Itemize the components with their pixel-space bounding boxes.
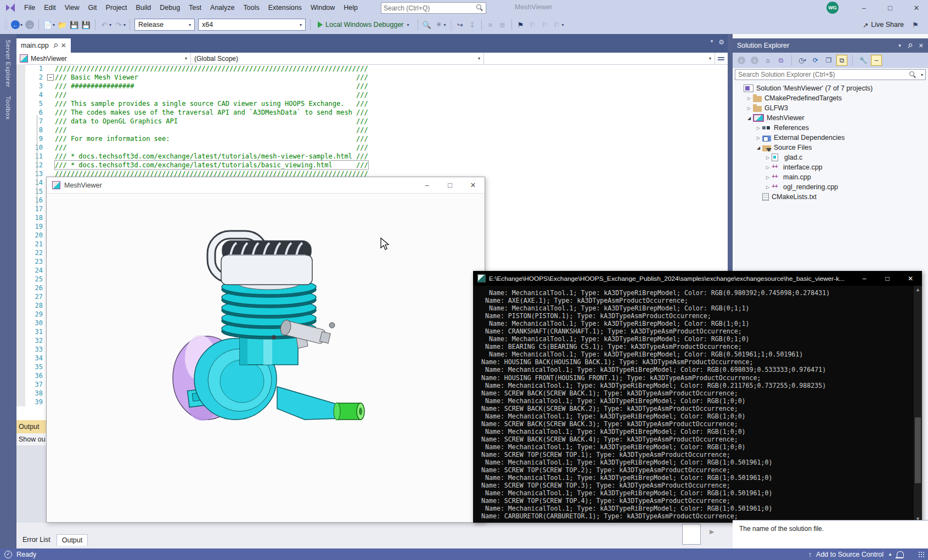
3d-viewport[interactable] xyxy=(47,194,485,506)
tree-item-interface-cpp[interactable]: interface.cpp xyxy=(733,162,928,172)
type-scope-dropdown[interactable]: (Global Scope)▾ xyxy=(191,53,484,64)
properties-button[interactable]: 🔧 xyxy=(858,55,869,66)
tab-main-cpp[interactable]: main.cpp ⚲ ✕ xyxy=(16,38,71,53)
live-share-button[interactable]: ↗ Live Share xyxy=(863,21,904,29)
menu-item-project[interactable]: Project xyxy=(102,3,132,13)
clear-bookmarks-button[interactable]: ⚐ xyxy=(551,19,563,31)
debug-target-dropdown-icon[interactable]: ▾ xyxy=(407,22,409,27)
resize-grip[interactable] xyxy=(918,551,925,558)
find-in-files-button[interactable]: 🔍 xyxy=(421,19,433,31)
close-button[interactable]: ✕ xyxy=(899,271,922,286)
configuration-dropdown[interactable]: Release▾ xyxy=(134,19,195,31)
collapse-toggle-icon[interactable] xyxy=(46,73,55,82)
tree-item-glfw3[interactable]: GLFW3 xyxy=(733,103,928,113)
expand-arrow-icon[interactable] xyxy=(764,185,772,190)
scroll-up-icon[interactable]: ▲ xyxy=(914,286,922,293)
redo-button[interactable]: ↷ xyxy=(113,19,125,31)
expand-arrow-icon[interactable] xyxy=(764,175,772,180)
search-options-dropdown-icon[interactable]: ▾ xyxy=(921,72,923,77)
project-scope-dropdown[interactable]: MeshViewer▾ xyxy=(16,53,191,64)
save-all-button[interactable]: 💾 xyxy=(80,19,92,31)
platform-dropdown[interactable]: x64▾ xyxy=(198,19,306,31)
new-project-dropdown-icon[interactable]: ▾ xyxy=(53,22,55,27)
show-all-files-button[interactable]: ⧉ xyxy=(836,55,847,66)
tree-item-glad-c[interactable]: glad.c xyxy=(733,152,928,162)
forward-button[interactable]: › xyxy=(749,55,760,66)
tree-item-external-dependencies[interactable]: External Dependencies xyxy=(733,133,928,143)
tree-item-meshviewer[interactable]: MeshViewer xyxy=(733,113,928,123)
new-project-button[interactable]: 📄 xyxy=(42,19,54,31)
pending-changes-filter-button[interactable]: ◷▾ xyxy=(797,55,808,66)
window-position-dropdown-icon[interactable]: ▾ xyxy=(898,43,901,48)
menu-item-file[interactable]: File xyxy=(20,3,40,13)
navigate-forward-button[interactable]: → xyxy=(24,19,36,31)
scrollbar-thumb[interactable] xyxy=(915,417,921,483)
toolbar-drag-handle[interactable] xyxy=(4,19,7,30)
expand-arrow-icon[interactable] xyxy=(745,96,753,101)
tree-item-references[interactable]: References xyxy=(733,123,928,133)
solution-explorer-search-box[interactable]: ▾ xyxy=(735,69,926,80)
menu-item-debug[interactable]: Debug xyxy=(155,3,184,13)
menu-item-edit[interactable]: Edit xyxy=(40,3,60,13)
menu-item-window[interactable]: Window xyxy=(306,3,339,13)
tree-item-solution-meshviewer-7-of-7-projects-[interactable]: Solution 'MeshViewer' (7 of 7 projects) xyxy=(733,83,928,93)
save-button[interactable]: 💾 xyxy=(68,19,80,31)
maximize-button[interactable]: □ xyxy=(876,271,899,286)
close-button[interactable]: ✕ xyxy=(904,0,928,15)
console-scrollbar[interactable]: ▲ ▼ xyxy=(914,286,922,523)
close-button[interactable]: ✕ xyxy=(462,177,485,193)
menu-item-git[interactable]: Git xyxy=(84,3,102,13)
line-indent-button[interactable]: ≡ xyxy=(485,19,497,31)
expand-arrow-icon[interactable] xyxy=(764,155,772,160)
sidebar-tab-server-explorer[interactable]: Server Explorer xyxy=(5,39,12,87)
sidebar-tab-toolbox[interactable]: Toolbox xyxy=(5,96,12,120)
solution-explorer-title-bar[interactable]: Solution Explorer ▾ ⚲ ✕ xyxy=(733,38,928,53)
menu-item-view[interactable]: View xyxy=(60,3,84,13)
avatar[interactable]: WG xyxy=(826,2,839,14)
properties-combo-fragment[interactable] xyxy=(682,524,701,545)
minimize-button[interactable]: – xyxy=(853,271,876,286)
toolbar-drag-handle[interactable] xyxy=(449,19,452,30)
line-comment-button[interactable]: ≣ xyxy=(497,19,509,31)
expand-arrow-icon[interactable] xyxy=(745,106,753,111)
solution-search-input[interactable] xyxy=(735,71,909,78)
bottom-tab-output[interactable]: Output xyxy=(57,534,88,546)
menu-item-help[interactable]: Help xyxy=(339,3,362,13)
menu-item-extensions[interactable]: Extensions xyxy=(264,3,306,13)
menu-item-build[interactable]: Build xyxy=(131,3,155,13)
expand-arrow-icon[interactable] xyxy=(755,135,762,140)
menu-item-analyze[interactable]: Analyze xyxy=(206,3,239,13)
tree-item-cmakepredefinedtargets[interactable]: CMakePredefinedTargets xyxy=(733,93,928,103)
expand-arrow-icon[interactable] xyxy=(764,165,772,170)
undo-dropdown-icon[interactable]: ▾ xyxy=(109,22,111,27)
next-bookmark-button[interactable]: ⚐ xyxy=(539,19,551,31)
close-icon[interactable]: ✕ xyxy=(919,42,924,49)
bookmark-button[interactable]: ⚑ xyxy=(515,19,527,31)
start-debugging-button[interactable]: Local Windows Debugger ▾ xyxy=(316,20,412,30)
add-to-source-control-button[interactable]: Add to Source Control xyxy=(816,551,884,558)
switch-views-button[interactable]: ⧉ xyxy=(775,55,786,66)
refresh-button[interactable]: ⟳ xyxy=(810,55,821,66)
maximize-button[interactable]: □ xyxy=(438,177,462,193)
tree-item-cmakelists-txt[interactable]: CMakeLists.txt xyxy=(733,192,928,202)
open-file-button[interactable]: 📁 xyxy=(56,19,68,31)
bottom-tab-error-list[interactable]: Error List xyxy=(18,534,55,546)
source-control-dropdown-icon[interactable]: ▲ xyxy=(888,552,892,557)
attach-button[interactable]: ⍟ xyxy=(433,19,445,31)
menu-item-test[interactable]: Test xyxy=(184,3,206,13)
output-window-header[interactable]: Output xyxy=(16,420,46,433)
previous-bookmark-button[interactable]: ⚐ xyxy=(527,19,539,31)
navigate-back-dropdown-icon[interactable]: ▾ xyxy=(20,22,23,27)
member-scope-dropdown[interactable]: ▾ xyxy=(484,53,715,64)
meshviewer-title-bar[interactable]: MeshViewer – □ ✕ xyxy=(47,177,485,194)
menu-item-tools[interactable]: Tools xyxy=(239,3,264,13)
notifications-bell-icon[interactable] xyxy=(897,551,904,557)
navigate-back-button[interactable]: ← xyxy=(9,19,21,31)
collapse-arrow-icon[interactable] xyxy=(745,116,753,121)
step-into-button[interactable]: ↧ xyxy=(466,19,479,31)
feedback-icon[interactable]: ⚑ xyxy=(909,19,921,31)
attach-dropdown-icon[interactable]: ▾ xyxy=(444,22,446,27)
home-button[interactable]: ⌂ xyxy=(762,55,773,66)
tab-close-icon[interactable]: ✕ xyxy=(61,42,66,49)
pin-icon[interactable]: ⚲ xyxy=(905,41,914,49)
